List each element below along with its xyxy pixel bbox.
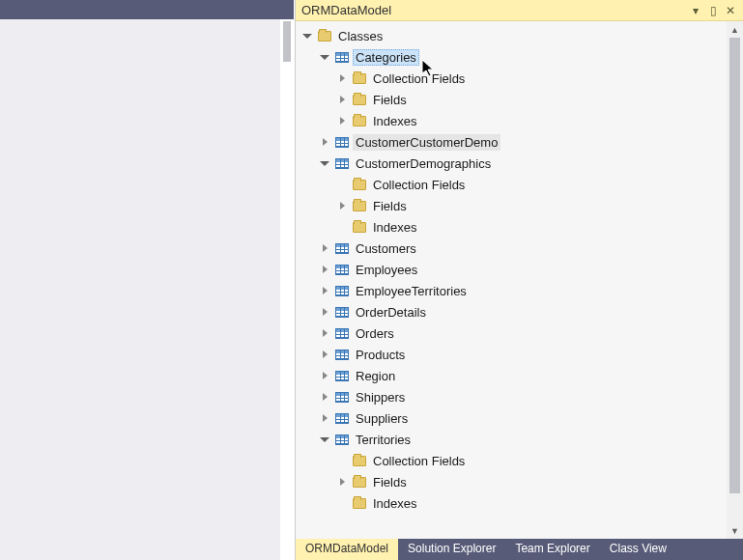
node-label: CustomerDemographics — [353, 155, 494, 172]
table-icon — [334, 240, 350, 256]
scroll-up-icon[interactable]: ▲ — [727, 21, 743, 38]
expander-closed-icon[interactable] — [334, 70, 350, 86]
left-content — [0, 19, 280, 560]
node-label: Classes — [335, 28, 386, 44]
expander-open-icon[interactable] — [317, 432, 332, 447]
expander-closed-icon[interactable] — [317, 283, 332, 298]
expander-open-icon[interactable] — [300, 28, 315, 43]
expander-closed-icon[interactable] — [317, 304, 332, 320]
folder-icon — [352, 198, 367, 213]
node-label: Region — [353, 368, 398, 384]
table-icon — [334, 304, 350, 320]
table-icon — [334, 410, 350, 426]
panel-scrollbar[interactable]: ▲ ▼ — [727, 21, 743, 539]
node-label: Suppliers — [353, 410, 411, 427]
table-icon — [334, 49, 350, 65]
table-icon — [334, 432, 350, 447]
dropdown-icon[interactable]: ▾ — [687, 4, 704, 17]
scroll-down-icon[interactable]: ▼ — [727, 522, 743, 539]
tree-node-collection-fields[interactable]: Collection Fields — [296, 68, 727, 89]
tab-class-view[interactable]: Class View — [600, 539, 676, 560]
left-scroll-thumb[interactable] — [283, 21, 291, 62]
pin-icon[interactable]: ▯ — [704, 4, 722, 17]
expander-closed-icon[interactable] — [334, 198, 350, 213]
tree-view[interactable]: Classes Categories Collection Fields Fie… — [296, 21, 727, 539]
expander-closed-icon[interactable] — [334, 474, 350, 490]
tab-ormdatamodel[interactable]: ORMDataModel — [296, 539, 398, 560]
panel-title: ORMDataModel — [300, 3, 687, 17]
expander-closed-icon[interactable] — [317, 410, 332, 426]
tree-node-fields[interactable]: Fields — [296, 471, 727, 492]
tree-node-shippers[interactable]: Shippers — [296, 386, 727, 407]
folder-icon — [352, 495, 367, 511]
expander-closed-icon[interactable] — [317, 325, 332, 341]
node-label: Fields — [370, 474, 410, 490]
tree-node-fields[interactable]: Fields — [296, 89, 727, 110]
node-label: Categories — [353, 49, 419, 66]
tree-node-territories[interactable]: Territories — [296, 429, 727, 450]
node-label: Fields — [370, 92, 410, 108]
node-label: Customers — [353, 240, 419, 257]
node-label: Indexes — [370, 495, 420, 512]
folder-icon — [352, 113, 367, 128]
left-scrollbar[interactable] — [280, 19, 294, 560]
tree-node-suppliers[interactable]: Suppliers — [296, 407, 727, 429]
expander-open-icon[interactable] — [317, 49, 332, 65]
tree-node-indexes[interactable]: Indexes — [296, 492, 727, 514]
node-label: Territories — [353, 432, 414, 448]
node-label: Collection Fields — [370, 177, 468, 193]
tree-node-employeeterritories[interactable]: EmployeeTerritories — [296, 280, 727, 301]
node-label: CustomerCustomerDemo — [353, 134, 500, 151]
node-label: Collection Fields — [370, 453, 468, 469]
panel-titlebar: ORMDataModel ▾ ▯ ✕ — [296, 0, 743, 21]
tree-node-classes[interactable]: Classes — [296, 25, 727, 46]
folder-icon — [352, 92, 367, 107]
tree-node-indexes[interactable]: Indexes — [296, 110, 727, 131]
tree-node-region[interactable]: Region — [296, 365, 727, 386]
node-label: Indexes — [370, 113, 420, 129]
node-label: Employees — [353, 262, 420, 278]
close-icon[interactable]: ✕ — [722, 4, 739, 17]
expander-closed-icon[interactable] — [334, 92, 350, 107]
left-editor-pane — [0, 0, 294, 560]
scroll-thumb[interactable] — [729, 38, 740, 493]
node-label: Collection Fields — [370, 70, 468, 87]
tree-node-orderdetails[interactable]: OrderDetails — [296, 301, 727, 322]
table-icon — [334, 283, 350, 298]
node-label: Indexes — [370, 219, 420, 236]
tree-node-employees[interactable]: Employees — [296, 259, 727, 280]
tree-node-fields[interactable]: Fields — [296, 195, 727, 216]
folder-icon — [352, 474, 367, 490]
tool-window: ORMDataModel ▾ ▯ ✕ Classes Categories — [295, 0, 743, 560]
expander-closed-icon[interactable] — [317, 389, 332, 405]
table-icon — [334, 389, 350, 405]
node-label: Products — [353, 347, 408, 363]
expander-closed-icon[interactable] — [317, 347, 332, 362]
tree-node-categories[interactable]: Categories — [296, 46, 727, 68]
tree-node-products[interactable]: Products — [296, 344, 727, 365]
left-titlebar — [0, 0, 294, 19]
table-icon — [334, 262, 350, 277]
folder-icon — [352, 70, 367, 86]
expander-none — [334, 219, 350, 235]
expander-closed-icon[interactable] — [317, 262, 332, 277]
tree-node-orders[interactable]: Orders — [296, 322, 727, 344]
scroll-track[interactable] — [727, 38, 743, 522]
folder-icon — [317, 28, 332, 43]
expander-closed-icon[interactable] — [317, 134, 332, 150]
expander-open-icon[interactable] — [317, 155, 332, 171]
expander-closed-icon[interactable] — [317, 240, 332, 256]
expander-closed-icon[interactable] — [317, 368, 332, 383]
tree-node-indexes[interactable]: Indexes — [296, 216, 727, 238]
expander-closed-icon[interactable] — [334, 113, 350, 128]
tree-node-customercustomerdemo[interactable]: CustomerCustomerDemo — [296, 131, 727, 153]
tree-node-customers[interactable]: Customers — [296, 238, 727, 259]
expander-none — [334, 177, 350, 192]
tree-node-customerdemographics[interactable]: CustomerDemographics — [296, 153, 727, 174]
tree-node-collection-fields[interactable]: Collection Fields — [296, 450, 727, 471]
tab-team-explorer[interactable]: Team Explorer — [505, 539, 599, 560]
table-icon — [334, 134, 350, 150]
folder-icon — [352, 219, 367, 235]
tab-solution-explorer[interactable]: Solution Explorer — [398, 539, 505, 560]
tree-node-collection-fields[interactable]: Collection Fields — [296, 174, 727, 195]
